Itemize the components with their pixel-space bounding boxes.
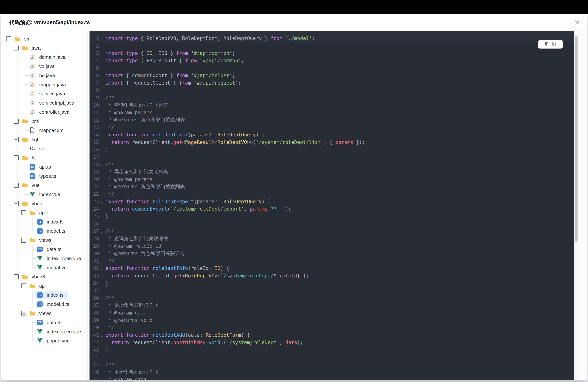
fold-arrow-icon[interactable]: ∨ (99, 333, 104, 337)
tree-node-model-ts[interactable]: TSmodel.ts (1, 226, 83, 236)
tree-node-label: types.ts (39, 173, 56, 179)
ts-file-icon: TS (37, 228, 43, 234)
fold-spacer (99, 149, 104, 150)
tree-node-vue[interactable]: vue (1, 181, 83, 190)
tree-node-modal-vue[interactable]: modal.vue (1, 263, 83, 272)
tree-node-label: mapper.java (39, 82, 66, 87)
vue-file-icon (30, 192, 35, 197)
modal-header: 代码预览: vm/vben5/api/index.ts (1, 14, 587, 31)
tree-node-index-ts[interactable]: TSindex.ts (1, 291, 83, 300)
fold-spacer (99, 260, 104, 261)
collapse-toggle[interactable] (14, 45, 19, 50)
fold-arrow-icon[interactable]: ∨ (99, 229, 104, 233)
close-icon (574, 20, 580, 25)
code-line: 36∨/** (89, 294, 574, 302)
code-line: 44 (89, 354, 574, 361)
tree-node-label: views (39, 311, 51, 316)
tree-node-index-vue[interactable]: index.vue (1, 190, 83, 199)
collapse-toggle[interactable] (21, 238, 26, 243)
tree-node-serviceimpl-java[interactable]: serviceImpl.java (1, 98, 83, 107)
fold-arrow-icon[interactable]: ∨ (99, 362, 104, 367)
tree-node-model-d-ts[interactable]: TSmodel.d.ts (1, 300, 83, 309)
code-scrollbar-thumb[interactable] (575, 36, 578, 242)
copy-button[interactable]: 复 制 (538, 40, 563, 48)
fold-arrow-icon[interactable]: ∨ (99, 266, 104, 271)
code-line: 13 */ (89, 124, 574, 131)
code-preview-modal: 代码预览: vm/vben5/api/index.ts vmjavadomain… (1, 14, 587, 380)
tree-node-index-ts[interactable]: TSindex.ts (1, 217, 83, 226)
collapse-toggle[interactable] (21, 210, 26, 215)
fold-arrow-icon[interactable]: ∨ (99, 95, 104, 100)
tree-node-views[interactable]: views (1, 309, 83, 318)
line-number: 10 (91, 102, 99, 108)
tree-node-mapper-xml[interactable]: XMLmapper.xml (1, 126, 83, 135)
fold-spacer (99, 127, 104, 128)
tree-node-views[interactable]: views (1, 236, 83, 245)
tree-node-api[interactable]: api (1, 208, 83, 217)
fold-arrow-icon[interactable]: ∨ (99, 162, 104, 167)
java-file-icon (30, 110, 35, 115)
tree-node-api[interactable]: api (1, 281, 83, 291)
collapse-toggle[interactable] (14, 137, 19, 142)
tree-node-popup-vue[interactable]: popup.vue (1, 336, 83, 345)
tree-node-controller-java[interactable]: controller.java (1, 107, 83, 117)
tree-node-data-ts[interactable]: TSdata.ts (1, 245, 83, 254)
tree-node-xml[interactable]: xml (1, 117, 83, 126)
folder-icon (22, 119, 28, 124)
tree-node-vben5[interactable]: vben5 (1, 272, 83, 281)
collapse-toggle[interactable] (14, 201, 19, 206)
fold-spacer (99, 45, 104, 46)
fold-arrow-icon[interactable]: ∨ (99, 296, 104, 300)
collapse-toggle[interactable] (14, 155, 19, 160)
line-number: 47 (91, 377, 99, 380)
tree-node-data-ts[interactable]: TSdata.ts (1, 318, 83, 327)
line-number: 14 (91, 132, 99, 138)
collapse-toggle[interactable] (21, 283, 26, 288)
file-tree-scrollbar[interactable] (83, 31, 87, 380)
line-number: 41 (91, 332, 99, 338)
tree-node-service-java[interactable]: service.java (1, 89, 83, 98)
collapse-toggle[interactable] (21, 311, 26, 316)
java-file-icon (30, 55, 35, 60)
collapse-toggle[interactable] (6, 36, 11, 41)
line-number: 40 (91, 325, 99, 330)
tree-node-index-vben-vue[interactable]: index_vben.vue (1, 327, 83, 336)
code-scrollbar[interactable] (574, 31, 579, 380)
fold-arrow-icon[interactable]: ∨ (99, 132, 104, 137)
code-line: 9∨/** (89, 94, 574, 101)
tree-node-label: api.ts (39, 164, 51, 170)
tree-node-index-vben-vue[interactable]: index_vben.vue (1, 254, 83, 263)
tree-node-domain-java[interactable]: domain.java (1, 53, 83, 62)
line-number: 28 (91, 236, 99, 241)
collapse-toggle[interactable] (14, 274, 19, 279)
tree-node-label: ts (32, 155, 35, 161)
code-line: 5 (89, 64, 574, 72)
close-button[interactable] (574, 19, 581, 26)
collapse-toggle[interactable] (14, 183, 19, 188)
tree-node-vo-java[interactable]: vo.java (1, 62, 83, 71)
tree-node-bo-java[interactable]: bo.java (1, 71, 83, 80)
ts-file-icon: TS (37, 219, 43, 225)
ts-file-icon: TS (37, 247, 43, 252)
tree-node-vm[interactable]: vm (1, 34, 83, 43)
tree-node-vben[interactable]: vben (1, 199, 83, 208)
ts-file-icon: TS (37, 292, 43, 298)
fold-arrow-icon[interactable]: ∨ (99, 199, 104, 204)
line-number: 5 (91, 65, 99, 71)
tree-node-mapper-java[interactable]: mapper.java (1, 80, 83, 89)
collapse-toggle[interactable] (14, 119, 19, 124)
selected-tree-node[interactable]: TSindex.ts (35, 291, 68, 299)
tree-node-label: service.java (39, 91, 65, 97)
tree-node-ts[interactable]: ts (1, 153, 83, 162)
line-number: 4 (91, 58, 99, 64)
ts-file-icon: TS (30, 164, 35, 170)
modal-title: 代码预览: vm/vben5/api/index.ts (9, 19, 90, 26)
tree-node-api-ts[interactable]: TSapi.ts (1, 162, 83, 171)
tree-node-types-ts[interactable]: TStypes.ts (1, 171, 83, 181)
tree-node-sql[interactable]: sql (1, 135, 83, 144)
tree-node-java[interactable]: java (1, 43, 83, 53)
code-line: 33 return requestClient.get<RoleDeptVO>(… (89, 272, 574, 279)
line-number: 39 (91, 317, 99, 323)
tree-node-label: controller.java (39, 109, 69, 115)
tree-node-sql[interactable]: SQLsql (1, 144, 83, 153)
